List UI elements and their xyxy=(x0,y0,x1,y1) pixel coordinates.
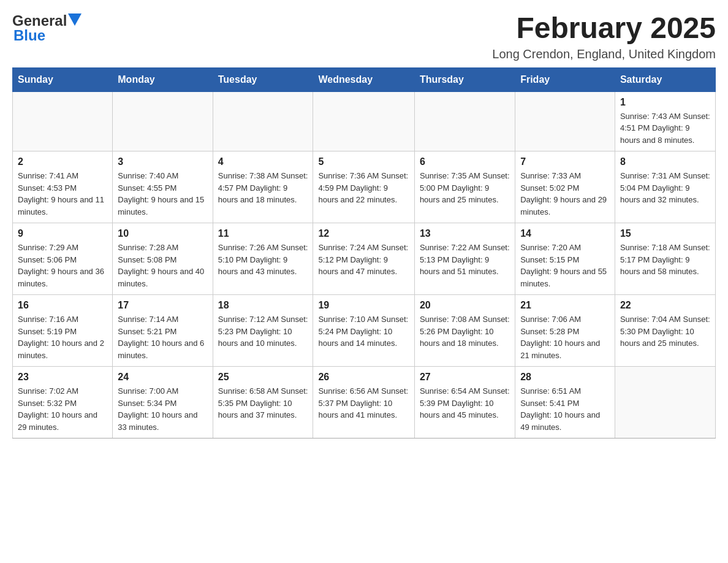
calendar-day xyxy=(113,91,213,151)
day-number: 19 xyxy=(318,300,409,311)
calendar-week-3: 9Sunrise: 7:29 AM Sunset: 5:06 PM Daylig… xyxy=(13,223,716,295)
day-number: 11 xyxy=(218,228,308,239)
day-header-friday: Friday xyxy=(515,67,615,91)
day-number: 18 xyxy=(218,300,308,311)
calendar-day: 12Sunrise: 7:24 AM Sunset: 5:12 PM Dayli… xyxy=(313,223,414,295)
day-info: Sunrise: 7:06 AM Sunset: 5:28 PM Dayligh… xyxy=(520,313,610,361)
calendar-day: 22Sunrise: 7:04 AM Sunset: 5:30 PM Dayli… xyxy=(615,295,715,367)
day-header-monday: Monday xyxy=(113,67,213,91)
calendar-day: 23Sunrise: 7:02 AM Sunset: 5:32 PM Dayli… xyxy=(13,367,113,439)
day-number: 5 xyxy=(318,156,409,167)
svg-marker-0 xyxy=(68,13,82,26)
day-info: Sunrise: 7:26 AM Sunset: 5:10 PM Dayligh… xyxy=(218,242,308,278)
logo-arrow-icon xyxy=(68,13,82,27)
day-number: 22 xyxy=(620,300,710,311)
day-number: 15 xyxy=(620,228,710,239)
calendar-day: 25Sunrise: 6:58 AM Sunset: 5:35 PM Dayli… xyxy=(213,367,313,439)
day-info: Sunrise: 7:38 AM Sunset: 4:57 PM Dayligh… xyxy=(218,170,308,206)
day-number: 24 xyxy=(118,372,207,383)
day-number: 12 xyxy=(318,228,409,239)
day-number: 7 xyxy=(520,156,610,167)
calendar-table: SundayMondayTuesdayWednesdayThursdayFrid… xyxy=(12,67,716,439)
day-info: Sunrise: 7:40 AM Sunset: 4:55 PM Dayligh… xyxy=(118,170,207,218)
day-info: Sunrise: 7:24 AM Sunset: 5:12 PM Dayligh… xyxy=(318,242,409,278)
day-number: 26 xyxy=(318,372,409,383)
calendar-day: 4Sunrise: 7:38 AM Sunset: 4:57 PM Daylig… xyxy=(213,151,313,223)
calendar-day xyxy=(414,91,515,151)
day-info: Sunrise: 7:16 AM Sunset: 5:19 PM Dayligh… xyxy=(18,313,107,361)
day-info: Sunrise: 6:54 AM Sunset: 5:39 PM Dayligh… xyxy=(420,385,510,421)
calendar-body: 1Sunrise: 7:43 AM Sunset: 4:51 PM Daylig… xyxy=(13,91,716,439)
calendar-day: 21Sunrise: 7:06 AM Sunset: 5:28 PM Dayli… xyxy=(515,295,615,367)
day-info: Sunrise: 6:56 AM Sunset: 5:37 PM Dayligh… xyxy=(318,385,409,421)
calendar-day: 13Sunrise: 7:22 AM Sunset: 5:13 PM Dayli… xyxy=(414,223,515,295)
day-info: Sunrise: 7:04 AM Sunset: 5:30 PM Dayligh… xyxy=(620,313,710,350)
day-number: 21 xyxy=(520,300,610,311)
day-number: 16 xyxy=(18,300,107,311)
page-header: General Blue February 2025 Long Crendon,… xyxy=(12,12,716,61)
day-info: Sunrise: 7:14 AM Sunset: 5:21 PM Dayligh… xyxy=(118,313,207,361)
day-info: Sunrise: 7:18 AM Sunset: 5:17 PM Dayligh… xyxy=(620,242,710,278)
calendar-day: 11Sunrise: 7:26 AM Sunset: 5:10 PM Dayli… xyxy=(213,223,313,295)
calendar-day xyxy=(213,91,313,151)
calendar-day: 19Sunrise: 7:10 AM Sunset: 5:24 PM Dayli… xyxy=(313,295,414,367)
day-number: 6 xyxy=(420,156,510,167)
calendar-day xyxy=(313,91,414,151)
calendar-day: 28Sunrise: 6:51 AM Sunset: 5:41 PM Dayli… xyxy=(515,367,615,439)
calendar-day xyxy=(515,91,615,151)
day-info: Sunrise: 7:10 AM Sunset: 5:24 PM Dayligh… xyxy=(318,313,409,350)
calendar-week-4: 16Sunrise: 7:16 AM Sunset: 5:19 PM Dayli… xyxy=(13,295,716,367)
day-header-thursday: Thursday xyxy=(414,67,515,91)
day-info: Sunrise: 7:43 AM Sunset: 4:51 PM Dayligh… xyxy=(620,110,710,147)
day-info: Sunrise: 7:33 AM Sunset: 5:02 PM Dayligh… xyxy=(520,170,610,218)
calendar-day: 9Sunrise: 7:29 AM Sunset: 5:06 PM Daylig… xyxy=(13,223,113,295)
day-headers-row: SundayMondayTuesdayWednesdayThursdayFrid… xyxy=(13,67,716,91)
logo-blue-text: Blue xyxy=(13,27,45,44)
day-header-wednesday: Wednesday xyxy=(313,67,414,91)
day-number: 20 xyxy=(420,300,510,311)
day-number: 2 xyxy=(18,156,107,167)
day-number: 10 xyxy=(118,228,207,239)
day-info: Sunrise: 7:20 AM Sunset: 5:15 PM Dayligh… xyxy=(520,242,610,289)
calendar-day: 5Sunrise: 7:36 AM Sunset: 4:59 PM Daylig… xyxy=(313,151,414,223)
calendar-week-1: 1Sunrise: 7:43 AM Sunset: 4:51 PM Daylig… xyxy=(13,91,716,151)
logo: General Blue xyxy=(12,12,82,44)
calendar-day: 1Sunrise: 7:43 AM Sunset: 4:51 PM Daylig… xyxy=(615,91,715,151)
day-info: Sunrise: 7:31 AM Sunset: 5:04 PM Dayligh… xyxy=(620,170,710,206)
day-number: 27 xyxy=(420,372,510,383)
calendar-day: 3Sunrise: 7:40 AM Sunset: 4:55 PM Daylig… xyxy=(113,151,213,223)
calendar-day: 20Sunrise: 7:08 AM Sunset: 5:26 PM Dayli… xyxy=(414,295,515,367)
day-info: Sunrise: 7:12 AM Sunset: 5:23 PM Dayligh… xyxy=(218,313,308,350)
calendar-header: SundayMondayTuesdayWednesdayThursdayFrid… xyxy=(13,67,716,91)
day-info: Sunrise: 7:28 AM Sunset: 5:08 PM Dayligh… xyxy=(118,242,207,289)
calendar-day: 24Sunrise: 7:00 AM Sunset: 5:34 PM Dayli… xyxy=(113,367,213,439)
calendar-day: 26Sunrise: 6:56 AM Sunset: 5:37 PM Dayli… xyxy=(313,367,414,439)
calendar-day: 17Sunrise: 7:14 AM Sunset: 5:21 PM Dayli… xyxy=(113,295,213,367)
calendar-day: 8Sunrise: 7:31 AM Sunset: 5:04 PM Daylig… xyxy=(615,151,715,223)
calendar-day xyxy=(615,367,715,439)
day-number: 28 xyxy=(520,372,610,383)
day-info: Sunrise: 7:35 AM Sunset: 5:00 PM Dayligh… xyxy=(420,170,510,206)
calendar-day: 16Sunrise: 7:16 AM Sunset: 5:19 PM Dayli… xyxy=(13,295,113,367)
day-number: 3 xyxy=(118,156,207,167)
day-header-tuesday: Tuesday xyxy=(213,67,313,91)
calendar-day: 6Sunrise: 7:35 AM Sunset: 5:00 PM Daylig… xyxy=(414,151,515,223)
day-info: Sunrise: 7:41 AM Sunset: 4:53 PM Dayligh… xyxy=(18,170,107,218)
day-number: 13 xyxy=(420,228,510,239)
day-number: 25 xyxy=(218,372,308,383)
calendar-day: 2Sunrise: 7:41 AM Sunset: 4:53 PM Daylig… xyxy=(13,151,113,223)
day-info: Sunrise: 6:58 AM Sunset: 5:35 PM Dayligh… xyxy=(218,385,308,421)
calendar-subtitle: Long Crendon, England, United Kingdom xyxy=(492,47,716,61)
calendar-day: 14Sunrise: 7:20 AM Sunset: 5:15 PM Dayli… xyxy=(515,223,615,295)
day-number: 1 xyxy=(620,97,710,108)
calendar-day: 27Sunrise: 6:54 AM Sunset: 5:39 PM Dayli… xyxy=(414,367,515,439)
calendar-day: 18Sunrise: 7:12 AM Sunset: 5:23 PM Dayli… xyxy=(213,295,313,367)
day-number: 23 xyxy=(18,372,107,383)
calendar-week-5: 23Sunrise: 7:02 AM Sunset: 5:32 PM Dayli… xyxy=(13,367,716,439)
day-info: Sunrise: 7:29 AM Sunset: 5:06 PM Dayligh… xyxy=(18,242,107,289)
day-info: Sunrise: 7:22 AM Sunset: 5:13 PM Dayligh… xyxy=(420,242,510,278)
day-header-saturday: Saturday xyxy=(615,67,715,91)
day-info: Sunrise: 7:36 AM Sunset: 4:59 PM Dayligh… xyxy=(318,170,409,206)
day-number: 9 xyxy=(18,228,107,239)
calendar-day: 15Sunrise: 7:18 AM Sunset: 5:17 PM Dayli… xyxy=(615,223,715,295)
